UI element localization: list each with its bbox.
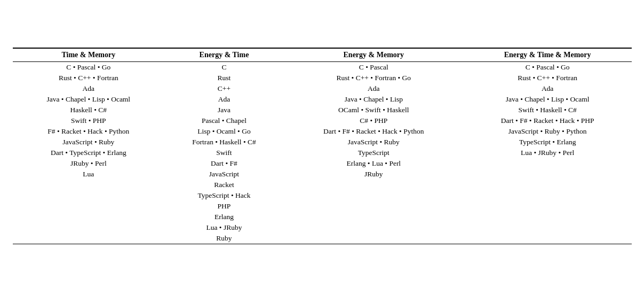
cell-7-0: JavaScript • Ruby (13, 137, 165, 148)
table-row: Swift • PHPPascal • ChapelC# • PHPDart •… (13, 115, 632, 126)
cell-9-3 (464, 158, 632, 169)
cell-5-1: Pascal • Chapel (164, 115, 284, 126)
cell-4-1: Java (164, 105, 284, 115)
cell-1-3: Rust • C++ • Fortran (464, 73, 632, 83)
cell-1-2: Rust • C++ • Fortran • Go (284, 73, 464, 83)
cell-12-1: TypeScript • Hack (164, 190, 284, 201)
cell-13-2 (284, 201, 464, 212)
cell-10-3 (464, 169, 632, 180)
cell-7-3: TypeScript • Erlang (464, 137, 632, 148)
cell-12-3 (464, 190, 632, 201)
cell-12-0 (13, 190, 165, 201)
cell-14-0 (13, 212, 165, 222)
cell-2-2: Ada (284, 83, 464, 94)
cell-15-1: Lua • JRuby (164, 222, 284, 233)
cell-9-0: JRuby • Perl (13, 158, 165, 169)
cell-16-2 (284, 233, 464, 244)
cell-9-1: Dart • F# (164, 158, 284, 169)
main-table: Time & MemoryEnergy & TimeEnergy & Memor… (13, 48, 632, 244)
table-row: Java • Chapel • Lisp • OcamlAdaJava • Ch… (13, 94, 632, 105)
cell-6-2: Dart • F# • Racket • Hack • Python (284, 126, 464, 137)
cell-8-2: TypeScript (284, 148, 464, 158)
table-row: F# • Racket • Hack • PythonLisp • Ocaml … (13, 126, 632, 137)
cell-3-1: Ada (164, 94, 284, 105)
cell-16-3 (464, 233, 632, 244)
cell-3-2: Java • Chapel • Lisp (284, 94, 464, 105)
table-row: Erlang (13, 212, 632, 222)
header-col-2: Energy & Memory (284, 48, 464, 62)
header-col-0: Time & Memory (13, 48, 165, 62)
cell-8-3: Lua • JRuby • Perl (464, 148, 632, 158)
table-row: Rust • C++ • FortranRustRust • C++ • For… (13, 73, 632, 83)
cell-15-3 (464, 222, 632, 233)
cell-6-0: F# • Racket • Hack • Python (13, 126, 165, 137)
table-row: AdaC++AdaAda (13, 83, 632, 94)
cell-9-2: Erlang • Lua • Perl (284, 158, 464, 169)
cell-15-2 (284, 222, 464, 233)
table-row: Lua • JRuby (13, 222, 632, 233)
cell-3-3: Java • Chapel • Lisp • Ocaml (464, 94, 632, 105)
cell-2-1: C++ (164, 83, 284, 94)
table-row: JRuby • PerlDart • F#Erlang • Lua • Perl (13, 158, 632, 169)
cell-11-3 (464, 180, 632, 190)
table-row: Dart • TypeScript • ErlangSwiftTypeScrip… (13, 148, 632, 158)
cell-0-2: C • Pascal (284, 61, 464, 73)
cell-10-1: JavaScript (164, 169, 284, 180)
cell-10-2: JRuby (284, 169, 464, 180)
cell-8-1: Swift (164, 148, 284, 158)
cell-15-0 (13, 222, 165, 233)
table-row: TypeScript • Hack (13, 190, 632, 201)
table-row: JavaScript • RubyFortran • Haskell • C#J… (13, 137, 632, 148)
cell-7-2: JavaScript • Ruby (284, 137, 464, 148)
cell-12-2 (284, 190, 464, 201)
cell-3-0: Java • Chapel • Lisp • Ocaml (13, 94, 165, 105)
cell-16-0 (13, 233, 165, 244)
cell-6-1: Lisp • Ocaml • Go (164, 126, 284, 137)
cell-14-3 (464, 212, 632, 222)
cell-14-1: Erlang (164, 212, 284, 222)
cell-2-3: Ada (464, 83, 632, 94)
cell-7-1: Fortran • Haskell • C# (164, 137, 284, 148)
cell-11-1: Racket (164, 180, 284, 190)
cell-2-0: Ada (13, 83, 165, 94)
cell-6-3: JavaScript • Ruby • Python (464, 126, 632, 137)
header-row: Time & MemoryEnergy & TimeEnergy & Memor… (13, 48, 632, 62)
cell-8-0: Dart • TypeScript • Erlang (13, 148, 165, 158)
table-body: C • Pascal • GoCC • PascalC • Pascal • G… (13, 61, 632, 244)
cell-1-0: Rust • C++ • Fortran (13, 73, 165, 83)
table-row: PHP (13, 201, 632, 212)
cell-5-3: Dart • F# • Racket • Hack • PHP (464, 115, 632, 126)
cell-13-3 (464, 201, 632, 212)
cell-0-3: C • Pascal • Go (464, 61, 632, 73)
cell-0-1: C (164, 61, 284, 73)
header-col-1: Energy & Time (164, 48, 284, 62)
table-row: Racket (13, 180, 632, 190)
cell-5-0: Swift • PHP (13, 115, 165, 126)
cell-4-3: Swift • Haskell • C# (464, 105, 632, 115)
header-col-3: Energy & Time & Memory (464, 48, 632, 62)
cell-11-2 (284, 180, 464, 190)
cell-10-0: Lua (13, 169, 165, 180)
table-row: Haskell • C#JavaOCaml • Swift • HaskellS… (13, 105, 632, 115)
table-row: Ruby (13, 233, 632, 244)
cell-14-2 (284, 212, 464, 222)
cell-11-0 (13, 180, 165, 190)
cell-13-0 (13, 201, 165, 212)
cell-16-1: Ruby (164, 233, 284, 244)
table-row: C • Pascal • GoCC • PascalC • Pascal • G… (13, 61, 632, 73)
cell-5-2: C# • PHP (284, 115, 464, 126)
table-row: LuaJavaScriptJRuby (13, 169, 632, 180)
cell-4-2: OCaml • Swift • Haskell (284, 105, 464, 115)
cell-4-0: Haskell • C# (13, 105, 165, 115)
cell-13-1: PHP (164, 201, 284, 212)
cell-1-1: Rust (164, 73, 284, 83)
cell-0-0: C • Pascal • Go (13, 61, 165, 73)
table-bottom-border (13, 244, 632, 244)
table-container: Time & MemoryEnergy & TimeEnergy & Memor… (13, 43, 632, 244)
